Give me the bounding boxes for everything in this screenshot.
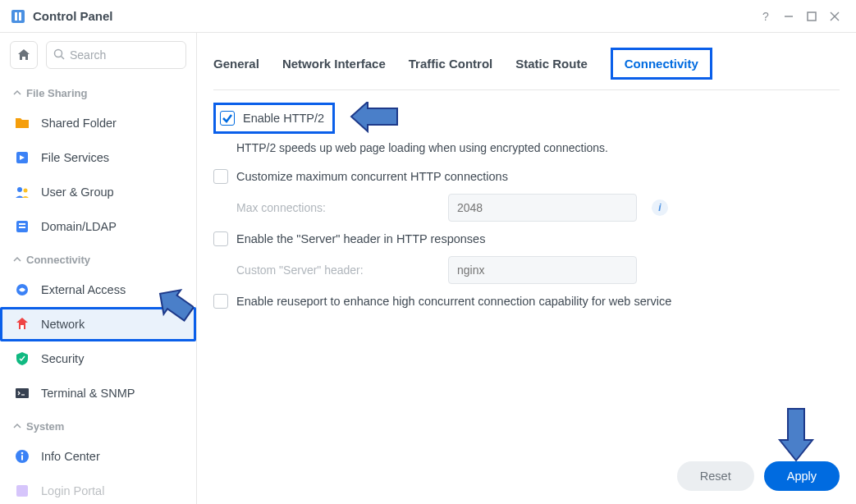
sidebar-item-domain-ldap[interactable]: Domain/LDAP xyxy=(0,209,196,244)
minimize-button[interactable] xyxy=(777,5,800,28)
network-icon xyxy=(13,315,31,333)
enable-server-header-row[interactable]: Enable the "Server" header in HTTP respo… xyxy=(213,227,840,251)
sidebar-item-terminal-snmp[interactable]: Terminal & SNMP xyxy=(0,376,196,410)
info-icon[interactable]: i xyxy=(652,199,668,216)
max-connections-label: Max connections: xyxy=(236,201,433,214)
search-icon xyxy=(53,48,65,62)
svg-point-10 xyxy=(17,187,22,192)
shield-icon xyxy=(13,350,31,368)
enable-http2-checkbox[interactable] xyxy=(220,111,235,126)
arrow-annotation-apply xyxy=(776,407,817,465)
app-icon xyxy=(10,8,26,25)
svg-rect-4 xyxy=(808,12,816,21)
svg-point-7 xyxy=(55,49,62,57)
svg-point-20 xyxy=(21,452,24,455)
users-icon xyxy=(13,183,31,201)
svg-rect-21 xyxy=(21,456,23,460)
svg-rect-2 xyxy=(19,12,21,21)
customize-max-label: Customize maximum concurrent HTTP connec… xyxy=(236,170,508,183)
svg-rect-17 xyxy=(16,388,29,398)
reset-button[interactable]: Reset xyxy=(677,461,754,491)
svg-rect-0 xyxy=(11,10,25,23)
customize-max-checkbox[interactable] xyxy=(213,169,228,184)
svg-rect-16 xyxy=(21,325,24,329)
sidebar-item-shared-folder[interactable]: Shared Folder xyxy=(0,106,196,140)
sidebar-item-file-services[interactable]: File Services xyxy=(0,140,196,175)
section-system[interactable]: System xyxy=(0,410,196,439)
sidebar-item-login-portal[interactable]: Login Portal xyxy=(0,474,196,504)
chevron-up-icon xyxy=(13,254,21,266)
sidebar-item-security[interactable]: Security xyxy=(0,341,196,376)
enable-http2-label: Enable HTTP/2 xyxy=(243,112,324,125)
sidebar: File Sharing Shared Folder File Services… xyxy=(0,33,197,504)
chevron-up-icon xyxy=(13,87,21,99)
sidebar-item-info-center[interactable]: Info Center xyxy=(0,439,196,474)
svg-line-8 xyxy=(62,56,65,59)
tab-connectivity[interactable]: Connectivity xyxy=(611,48,712,80)
login-icon xyxy=(13,482,31,500)
enable-reuseport-row[interactable]: Enable reuseport to enhance high concurr… xyxy=(213,289,840,314)
file-services-icon xyxy=(13,149,31,167)
svg-rect-13 xyxy=(19,223,25,225)
tab-static-route[interactable]: Static Route xyxy=(515,53,588,74)
tab-general[interactable]: General xyxy=(213,53,259,74)
enable-reuseport-checkbox[interactable] xyxy=(213,294,228,309)
section-file-sharing[interactable]: File Sharing xyxy=(0,77,196,106)
section-connectivity[interactable]: Connectivity xyxy=(0,244,196,273)
tab-traffic-control[interactable]: Traffic Control xyxy=(409,53,493,74)
terminal-icon xyxy=(13,384,31,402)
svg-rect-14 xyxy=(19,227,25,228)
help-button[interactable]: ? xyxy=(754,5,777,28)
content-area: General Network Interface Traffic Contro… xyxy=(197,33,856,504)
search-input[interactable] xyxy=(70,48,179,62)
sidebar-item-user-group[interactable]: User & Group xyxy=(0,175,196,209)
enable-reuseport-label: Enable reuseport to enhance high concurr… xyxy=(236,295,671,308)
enable-server-header-checkbox[interactable] xyxy=(213,231,228,246)
customize-max-row[interactable]: Customize maximum concurrent HTTP connec… xyxy=(213,164,840,189)
svg-point-11 xyxy=(24,189,28,193)
http2-description: HTTP/2 speeds up web page loading when u… xyxy=(213,135,840,164)
svg-rect-1 xyxy=(15,12,17,21)
window-title: Control Panel xyxy=(33,9,113,23)
svg-rect-22 xyxy=(16,485,28,497)
custom-header-label: Custom "Server" header: xyxy=(236,263,433,277)
close-button[interactable] xyxy=(823,5,846,28)
tab-network-interface[interactable]: Network Interface xyxy=(282,53,386,74)
external-access-icon xyxy=(13,281,31,299)
titlebar: Control Panel ? xyxy=(0,0,856,33)
apply-button[interactable]: Apply xyxy=(764,461,840,491)
enable-http2-row[interactable]: Enable HTTP/2 xyxy=(213,103,335,134)
tabs: General Network Interface Traffic Contro… xyxy=(213,33,840,90)
arrow-annotation-http2 xyxy=(350,102,399,135)
max-connections-input xyxy=(448,194,637,222)
arrow-annotation-network xyxy=(153,287,194,328)
info-icon xyxy=(13,447,31,465)
search-field[interactable] xyxy=(46,41,186,69)
maximize-button[interactable] xyxy=(800,5,823,28)
form-area: Enable HTTP/2 HTTP/2 speeds up web page … xyxy=(213,90,856,314)
folder-icon xyxy=(13,114,31,132)
custom-header-input xyxy=(448,256,637,284)
enable-server-header-label: Enable the "Server" header in HTTP respo… xyxy=(236,232,485,245)
domain-icon xyxy=(13,218,31,236)
home-button[interactable] xyxy=(10,41,38,69)
chevron-up-icon xyxy=(13,420,21,433)
